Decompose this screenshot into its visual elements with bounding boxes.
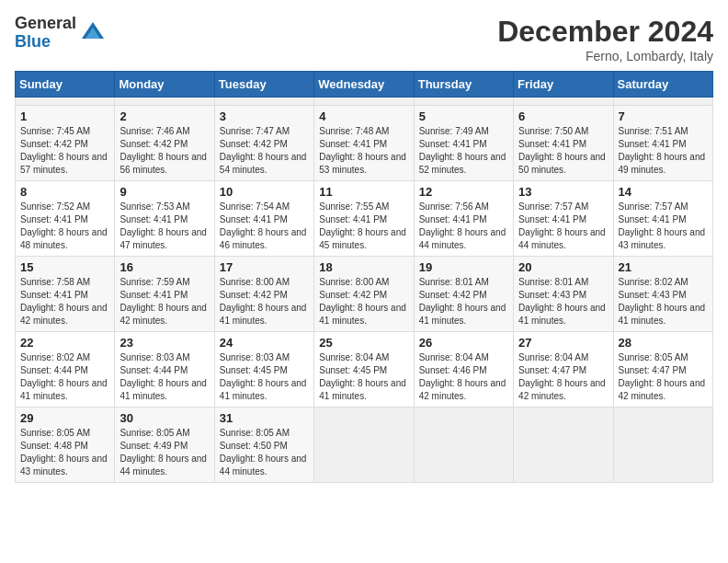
- cell-details: Sunrise: 7:53 AMSunset: 4:41 PMDaylight:…: [119, 201, 209, 252]
- calendar-cell: 17Sunrise: 8:00 AMSunset: 4:42 PMDayligh…: [214, 257, 313, 332]
- cell-details: Sunrise: 7:55 AMSunset: 4:41 PMDaylight:…: [319, 201, 408, 252]
- day-number: 30: [119, 411, 209, 425]
- cell-details: Sunrise: 8:05 AMSunset: 4:48 PMDaylight:…: [20, 427, 109, 478]
- calendar-cell: [514, 408, 613, 483]
- cell-details: Sunrise: 7:52 AMSunset: 4:41 PMDaylight:…: [20, 201, 109, 252]
- cell-details: Sunrise: 7:57 AMSunset: 4:41 PMDaylight:…: [619, 201, 708, 252]
- calendar-cell: 26Sunrise: 8:04 AMSunset: 4:46 PMDayligh…: [414, 332, 513, 408]
- calendar-week-1: 1Sunrise: 7:45 AMSunset: 4:42 PMDaylight…: [16, 106, 713, 181]
- calendar-cell: 12Sunrise: 7:56 AMSunset: 4:41 PMDayligh…: [414, 181, 513, 257]
- cell-details: Sunrise: 8:03 AMSunset: 4:44 PMDaylight:…: [119, 351, 209, 403]
- logo-text: General Blue: [15, 15, 76, 52]
- day-number: 3: [220, 109, 309, 123]
- calendar-cell: [414, 98, 513, 106]
- logo: General Blue: [15, 15, 106, 52]
- day-header-friday: Friday: [514, 72, 613, 98]
- calendar-cell: 6Sunrise: 7:50 AMSunset: 4:41 PMDaylight…: [514, 106, 613, 181]
- calendar-cell: [115, 98, 214, 106]
- calendar-cell: [414, 408, 513, 483]
- location-subtitle: Ferno, Lombardy, Italy: [497, 49, 713, 63]
- title-section: December 2024 Ferno, Lombardy, Italy: [497, 15, 713, 63]
- calendar-cell: 21Sunrise: 8:02 AMSunset: 4:43 PMDayligh…: [613, 257, 712, 332]
- day-number: 16: [119, 260, 209, 274]
- calendar-cell: 4Sunrise: 7:48 AMSunset: 4:41 PMDaylight…: [314, 106, 414, 181]
- day-number: 2: [119, 109, 209, 123]
- calendar-cell: 20Sunrise: 8:01 AMSunset: 4:43 PMDayligh…: [514, 257, 613, 332]
- calendar-cell: 31Sunrise: 8:05 AMSunset: 4:50 PMDayligh…: [214, 408, 313, 483]
- calendar-cell: 29Sunrise: 8:05 AMSunset: 4:48 PMDayligh…: [16, 408, 115, 483]
- day-number: 31: [220, 411, 309, 425]
- calendar-cell: [613, 98, 712, 106]
- day-number: 8: [20, 185, 109, 199]
- calendar-table: SundayMondayTuesdayWednesdayThursdayFrid…: [15, 71, 713, 483]
- calendar-cell: 10Sunrise: 7:54 AMSunset: 4:41 PMDayligh…: [214, 181, 313, 257]
- day-number: 10: [220, 185, 309, 199]
- calendar-cell: 8Sunrise: 7:52 AMSunset: 4:41 PMDaylight…: [16, 181, 115, 257]
- day-number: 24: [220, 336, 309, 350]
- calendar-cell: 14Sunrise: 7:57 AMSunset: 4:41 PMDayligh…: [613, 181, 712, 257]
- month-title: December 2024: [497, 15, 713, 49]
- day-header-saturday: Saturday: [613, 72, 712, 98]
- day-number: 7: [619, 109, 708, 123]
- calendar-cell: 24Sunrise: 8:03 AMSunset: 4:45 PMDayligh…: [214, 332, 313, 408]
- calendar-cell: [214, 98, 313, 106]
- day-header-tuesday: Tuesday: [214, 72, 313, 98]
- day-number: 26: [419, 336, 508, 350]
- day-number: 4: [319, 109, 408, 123]
- calendar-cell: 23Sunrise: 8:03 AMSunset: 4:44 PMDayligh…: [115, 332, 214, 408]
- day-number: 14: [619, 185, 708, 199]
- day-number: 13: [518, 185, 608, 199]
- calendar-cell: 1Sunrise: 7:45 AMSunset: 4:42 PMDaylight…: [16, 106, 115, 181]
- day-header-sunday: Sunday: [16, 72, 115, 98]
- cell-details: Sunrise: 8:00 AMSunset: 4:42 PMDaylight:…: [319, 276, 408, 327]
- calendar-cell: [16, 98, 115, 106]
- day-number: 23: [119, 336, 209, 350]
- calendar-week-5: 29Sunrise: 8:05 AMSunset: 4:48 PMDayligh…: [16, 408, 713, 483]
- cell-details: Sunrise: 8:01 AMSunset: 4:42 PMDaylight:…: [419, 276, 508, 327]
- calendar-cell: 9Sunrise: 7:53 AMSunset: 4:41 PMDaylight…: [115, 181, 214, 257]
- calendar-cell: 15Sunrise: 7:58 AMSunset: 4:41 PMDayligh…: [16, 257, 115, 332]
- day-number: 27: [518, 336, 608, 350]
- calendar-cell: 13Sunrise: 7:57 AMSunset: 4:41 PMDayligh…: [514, 181, 613, 257]
- cell-details: Sunrise: 8:00 AMSunset: 4:42 PMDaylight:…: [220, 276, 309, 327]
- cell-details: Sunrise: 7:54 AMSunset: 4:41 PMDaylight:…: [220, 201, 309, 252]
- calendar-cell: 22Sunrise: 8:02 AMSunset: 4:44 PMDayligh…: [16, 332, 115, 408]
- cell-details: Sunrise: 7:58 AMSunset: 4:41 PMDaylight:…: [20, 276, 109, 327]
- logo-general: General: [15, 15, 76, 33]
- cell-details: Sunrise: 7:45 AMSunset: 4:42 PMDaylight:…: [20, 125, 109, 177]
- calendar-week-3: 15Sunrise: 7:58 AMSunset: 4:41 PMDayligh…: [16, 257, 713, 332]
- day-number: 1: [20, 109, 109, 123]
- day-number: 11: [319, 185, 408, 199]
- day-number: 15: [20, 260, 109, 274]
- day-number: 6: [518, 109, 608, 123]
- calendar-cell: 19Sunrise: 8:01 AMSunset: 4:42 PMDayligh…: [414, 257, 513, 332]
- calendar-cell: [314, 408, 414, 483]
- day-number: 22: [20, 336, 109, 350]
- day-number: 25: [319, 336, 408, 350]
- cell-details: Sunrise: 8:04 AMSunset: 4:46 PMDaylight:…: [419, 351, 508, 403]
- cell-details: Sunrise: 8:05 AMSunset: 4:49 PMDaylight:…: [119, 427, 209, 478]
- day-header-wednesday: Wednesday: [314, 72, 414, 98]
- calendar-cell: 27Sunrise: 8:04 AMSunset: 4:47 PMDayligh…: [514, 332, 613, 408]
- calendar-week-4: 22Sunrise: 8:02 AMSunset: 4:44 PMDayligh…: [16, 332, 713, 408]
- day-number: 9: [119, 185, 209, 199]
- day-number: 12: [419, 185, 508, 199]
- day-number: 5: [419, 109, 508, 123]
- cell-details: Sunrise: 7:48 AMSunset: 4:41 PMDaylight:…: [319, 125, 408, 177]
- cell-details: Sunrise: 8:01 AMSunset: 4:43 PMDaylight:…: [518, 276, 608, 327]
- day-number: 17: [220, 260, 309, 274]
- cell-details: Sunrise: 7:46 AMSunset: 4:42 PMDaylight:…: [119, 125, 209, 177]
- calendar-cell: 5Sunrise: 7:49 AMSunset: 4:41 PMDaylight…: [414, 106, 513, 181]
- calendar-cell: 11Sunrise: 7:55 AMSunset: 4:41 PMDayligh…: [314, 181, 414, 257]
- day-number: 18: [319, 260, 408, 274]
- day-header-thursday: Thursday: [414, 72, 513, 98]
- day-header-monday: Monday: [115, 72, 214, 98]
- logo-icon: [80, 20, 106, 46]
- cell-details: Sunrise: 8:05 AMSunset: 4:50 PMDaylight:…: [220, 427, 309, 478]
- calendar-week-2: 8Sunrise: 7:52 AMSunset: 4:41 PMDaylight…: [16, 181, 713, 257]
- day-number: 20: [518, 260, 608, 274]
- calendar-cell: 16Sunrise: 7:59 AMSunset: 4:41 PMDayligh…: [115, 257, 214, 332]
- calendar-cell: 30Sunrise: 8:05 AMSunset: 4:49 PMDayligh…: [115, 408, 214, 483]
- calendar-cell: 28Sunrise: 8:05 AMSunset: 4:47 PMDayligh…: [613, 332, 712, 408]
- calendar-cell: 3Sunrise: 7:47 AMSunset: 4:42 PMDaylight…: [214, 106, 313, 181]
